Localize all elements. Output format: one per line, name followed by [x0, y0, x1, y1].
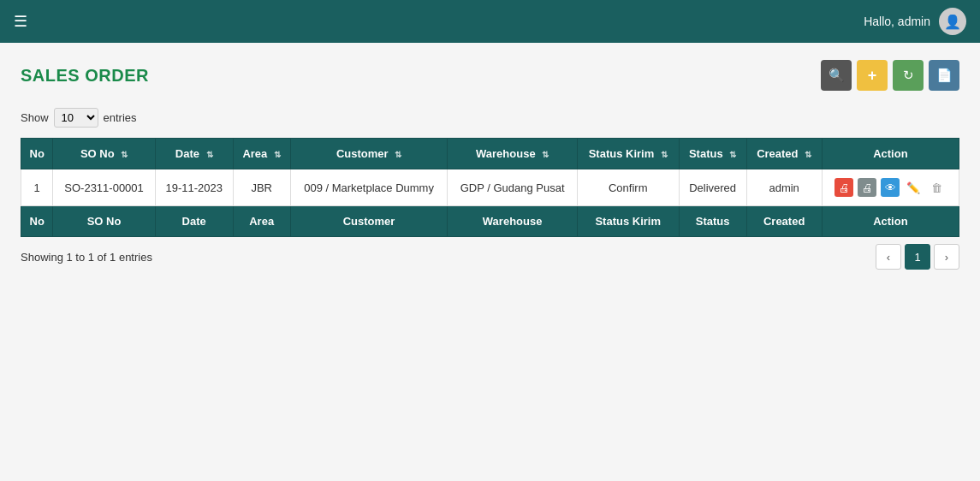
cell-date: 19-11-2023 — [155, 169, 233, 206]
user-greeting: Hallo, admin — [864, 15, 930, 28]
navbar-left: ☰ — [14, 12, 27, 31]
footer-col-status: Status — [679, 206, 746, 237]
cell-customer: 009 / Marketplace Dummy — [290, 169, 448, 206]
add-icon: + — [868, 67, 877, 85]
cell-status-kirim: Confirm — [577, 169, 679, 206]
view-button[interactable]: 👁 — [881, 178, 900, 197]
footer-col-no: No — [21, 206, 53, 237]
refresh-button[interactable]: ↻ — [893, 60, 924, 91]
cell-status: Delivered — [679, 169, 746, 206]
show-label: Show — [21, 111, 49, 124]
sort-date-icon: ⇅ — [206, 150, 213, 159]
page-title: SALES ORDER — [21, 66, 149, 86]
cell-so-no: SO-2311-00001 — [53, 169, 155, 206]
navbar: ☰ Hallo, admin 👤 — [0, 0, 980, 43]
print-gray-button[interactable]: 🖨 — [858, 178, 876, 197]
cell-no: 1 — [21, 169, 53, 206]
cell-created: admin — [746, 169, 822, 206]
hamburger-menu[interactable]: ☰ — [14, 12, 27, 31]
navbar-right: Hallo, admin 👤 — [864, 8, 966, 35]
delete-button[interactable]: 🗑 — [927, 178, 946, 197]
pagination-prev[interactable]: ‹ — [876, 244, 901, 270]
header-actions: 🔍 + ↻ 📄 — [821, 60, 959, 91]
table-footer-row: Showing 1 to 1 of 1 entries ‹ 1 › — [21, 244, 959, 270]
sort-customer-icon: ⇅ — [395, 150, 401, 159]
header-row: No SO No ⇅ Date ⇅ Area ⇅ Customer ⇅ Ware… — [21, 139, 959, 169]
export-icon: 📄 — [936, 68, 953, 83]
footer-row: No SO No Date Area Customer Warehouse St… — [21, 206, 959, 237]
footer-col-customer: Customer — [290, 206, 448, 237]
pagination-page-1[interactable]: 1 — [905, 244, 930, 270]
table-footer: No SO No Date Area Customer Warehouse St… — [21, 206, 959, 237]
col-so-no[interactable]: SO No ⇅ — [53, 139, 155, 169]
data-table: No SO No ⇅ Date ⇅ Area ⇅ Customer ⇅ Ware… — [21, 138, 959, 237]
col-customer[interactable]: Customer ⇅ — [290, 139, 448, 169]
footer-col-status-kirim: Status Kirim — [577, 206, 679, 237]
print-red-button[interactable]: 🖨 — [834, 178, 853, 197]
col-warehouse[interactable]: Warehouse ⇅ — [448, 139, 577, 169]
search-icon: 🔍 — [829, 68, 845, 83]
showing-text: Showing 1 to 1 of 1 entries — [21, 251, 152, 264]
avatar: 👤 — [939, 8, 966, 35]
cell-area: JBR — [233, 169, 290, 206]
footer-col-date: Date — [155, 206, 233, 237]
col-no: No — [21, 139, 53, 169]
pagination-next[interactable]: › — [934, 244, 959, 270]
page-header: SALES ORDER 🔍 + ↻ 📄 — [21, 60, 959, 91]
table-header: No SO No ⇅ Date ⇅ Area ⇅ Customer ⇅ Ware… — [21, 139, 959, 169]
table-row: 1 SO-2311-00001 19-11-2023 JBR 009 / Mar… — [21, 169, 959, 206]
add-button[interactable]: + — [857, 60, 888, 91]
sort-status-kirim-icon: ⇅ — [661, 150, 668, 159]
entries-select[interactable]: 10 25 50 100 — [54, 108, 98, 128]
table-body: 1 SO-2311-00001 19-11-2023 JBR 009 / Mar… — [21, 169, 959, 206]
entries-suffix: entries — [104, 111, 137, 124]
action-icons: 🖨 🖨 👁 ✏️ 🗑 — [829, 178, 952, 197]
col-created[interactable]: Created ⇅ — [746, 139, 822, 169]
sort-so-no-icon: ⇅ — [121, 150, 128, 159]
export-button[interactable]: 📄 — [929, 60, 959, 91]
pagination: ‹ 1 › — [876, 244, 959, 270]
sort-warehouse-icon: ⇅ — [542, 150, 549, 159]
col-area[interactable]: Area ⇅ — [233, 139, 290, 169]
col-status[interactable]: Status ⇅ — [679, 139, 746, 169]
footer-col-so-no: SO No — [53, 206, 155, 237]
edit-button[interactable]: ✏️ — [904, 178, 923, 197]
sort-created-icon: ⇅ — [805, 150, 811, 159]
footer-col-area: Area — [233, 206, 290, 237]
footer-col-action: Action — [822, 206, 959, 237]
refresh-icon: ↻ — [903, 68, 914, 83]
cell-action: 🖨 🖨 👁 ✏️ 🗑 — [822, 169, 959, 206]
entries-row: Show 10 25 50 100 entries — [21, 108, 959, 128]
main-content: SALES ORDER 🔍 + ↻ 📄 Show 10 25 50 100 en… — [0, 43, 980, 287]
col-status-kirim[interactable]: Status Kirim ⇅ — [577, 139, 679, 169]
col-action: Action — [822, 139, 959, 169]
cell-warehouse: GDP / Gudang Pusat — [448, 169, 577, 206]
search-button[interactable]: 🔍 — [821, 60, 852, 91]
avatar-icon: 👤 — [944, 14, 961, 30]
footer-col-warehouse: Warehouse — [448, 206, 577, 237]
footer-col-created: Created — [746, 206, 822, 237]
sort-area-icon: ⇅ — [274, 150, 281, 159]
sort-status-icon: ⇅ — [729, 150, 736, 159]
col-date[interactable]: Date ⇅ — [155, 139, 233, 169]
